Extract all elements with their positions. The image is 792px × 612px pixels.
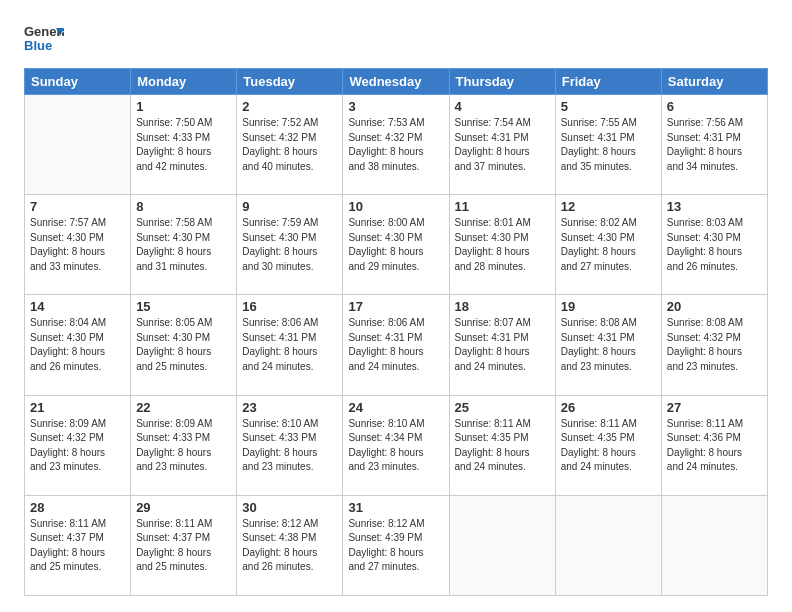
day-detail: Sunrise: 8:11 AM Sunset: 4:37 PM Dayligh… [136, 518, 212, 573]
day-detail: Sunrise: 8:11 AM Sunset: 4:37 PM Dayligh… [30, 518, 106, 573]
day-cell: 10Sunrise: 8:00 AM Sunset: 4:30 PM Dayli… [343, 195, 449, 295]
day-number: 18 [455, 299, 550, 314]
weekday-header-row: SundayMondayTuesdayWednesdayThursdayFrid… [25, 69, 768, 95]
day-detail: Sunrise: 7:50 AM Sunset: 4:33 PM Dayligh… [136, 117, 212, 172]
day-cell [449, 495, 555, 595]
day-cell: 25Sunrise: 8:11 AM Sunset: 4:35 PM Dayli… [449, 395, 555, 495]
day-number: 12 [561, 199, 656, 214]
day-detail: Sunrise: 8:08 AM Sunset: 4:31 PM Dayligh… [561, 317, 637, 372]
day-number: 17 [348, 299, 443, 314]
logo: General Blue [24, 20, 64, 60]
day-detail: Sunrise: 7:55 AM Sunset: 4:31 PM Dayligh… [561, 117, 637, 172]
day-detail: Sunrise: 8:08 AM Sunset: 4:32 PM Dayligh… [667, 317, 743, 372]
day-cell: 8Sunrise: 7:58 AM Sunset: 4:30 PM Daylig… [131, 195, 237, 295]
day-number: 24 [348, 400, 443, 415]
day-number: 15 [136, 299, 231, 314]
day-number: 25 [455, 400, 550, 415]
day-cell: 4Sunrise: 7:54 AM Sunset: 4:31 PM Daylig… [449, 95, 555, 195]
week-row-3: 14Sunrise: 8:04 AM Sunset: 4:30 PM Dayli… [25, 295, 768, 395]
day-detail: Sunrise: 8:12 AM Sunset: 4:38 PM Dayligh… [242, 518, 318, 573]
day-detail: Sunrise: 8:09 AM Sunset: 4:32 PM Dayligh… [30, 418, 106, 473]
logo-icon: General Blue [24, 20, 64, 60]
day-cell: 29Sunrise: 8:11 AM Sunset: 4:37 PM Dayli… [131, 495, 237, 595]
day-cell: 11Sunrise: 8:01 AM Sunset: 4:30 PM Dayli… [449, 195, 555, 295]
svg-text:Blue: Blue [24, 38, 52, 53]
day-cell: 9Sunrise: 7:59 AM Sunset: 4:30 PM Daylig… [237, 195, 343, 295]
day-detail: Sunrise: 8:11 AM Sunset: 4:35 PM Dayligh… [455, 418, 531, 473]
day-detail: Sunrise: 7:52 AM Sunset: 4:32 PM Dayligh… [242, 117, 318, 172]
day-cell: 12Sunrise: 8:02 AM Sunset: 4:30 PM Dayli… [555, 195, 661, 295]
day-cell: 21Sunrise: 8:09 AM Sunset: 4:32 PM Dayli… [25, 395, 131, 495]
day-cell: 24Sunrise: 8:10 AM Sunset: 4:34 PM Dayli… [343, 395, 449, 495]
weekday-header-thursday: Thursday [449, 69, 555, 95]
day-cell: 7Sunrise: 7:57 AM Sunset: 4:30 PM Daylig… [25, 195, 131, 295]
weekday-header-tuesday: Tuesday [237, 69, 343, 95]
day-cell [555, 495, 661, 595]
week-row-5: 28Sunrise: 8:11 AM Sunset: 4:37 PM Dayli… [25, 495, 768, 595]
weekday-header-wednesday: Wednesday [343, 69, 449, 95]
day-detail: Sunrise: 8:01 AM Sunset: 4:30 PM Dayligh… [455, 217, 531, 272]
day-cell: 23Sunrise: 8:10 AM Sunset: 4:33 PM Dayli… [237, 395, 343, 495]
day-cell: 22Sunrise: 8:09 AM Sunset: 4:33 PM Dayli… [131, 395, 237, 495]
day-detail: Sunrise: 8:10 AM Sunset: 4:33 PM Dayligh… [242, 418, 318, 473]
day-number: 26 [561, 400, 656, 415]
day-number: 16 [242, 299, 337, 314]
day-number: 29 [136, 500, 231, 515]
calendar: SundayMondayTuesdayWednesdayThursdayFrid… [24, 68, 768, 596]
day-cell: 1Sunrise: 7:50 AM Sunset: 4:33 PM Daylig… [131, 95, 237, 195]
day-detail: Sunrise: 8:10 AM Sunset: 4:34 PM Dayligh… [348, 418, 424, 473]
day-detail: Sunrise: 8:04 AM Sunset: 4:30 PM Dayligh… [30, 317, 106, 372]
day-detail: Sunrise: 8:06 AM Sunset: 4:31 PM Dayligh… [242, 317, 318, 372]
header: General Blue [24, 20, 768, 60]
day-number: 14 [30, 299, 125, 314]
day-detail: Sunrise: 8:05 AM Sunset: 4:30 PM Dayligh… [136, 317, 212, 372]
weekday-header-saturday: Saturday [661, 69, 767, 95]
day-detail: Sunrise: 7:59 AM Sunset: 4:30 PM Dayligh… [242, 217, 318, 272]
day-detail: Sunrise: 8:12 AM Sunset: 4:39 PM Dayligh… [348, 518, 424, 573]
day-number: 20 [667, 299, 762, 314]
day-cell [25, 95, 131, 195]
day-cell: 16Sunrise: 8:06 AM Sunset: 4:31 PM Dayli… [237, 295, 343, 395]
day-number: 4 [455, 99, 550, 114]
day-cell: 6Sunrise: 7:56 AM Sunset: 4:31 PM Daylig… [661, 95, 767, 195]
day-cell: 2Sunrise: 7:52 AM Sunset: 4:32 PM Daylig… [237, 95, 343, 195]
day-number: 11 [455, 199, 550, 214]
day-cell: 26Sunrise: 8:11 AM Sunset: 4:35 PM Dayli… [555, 395, 661, 495]
day-detail: Sunrise: 8:07 AM Sunset: 4:31 PM Dayligh… [455, 317, 531, 372]
day-detail: Sunrise: 8:02 AM Sunset: 4:30 PM Dayligh… [561, 217, 637, 272]
weekday-header-sunday: Sunday [25, 69, 131, 95]
day-cell: 19Sunrise: 8:08 AM Sunset: 4:31 PM Dayli… [555, 295, 661, 395]
day-detail: Sunrise: 7:53 AM Sunset: 4:32 PM Dayligh… [348, 117, 424, 172]
page: General Blue SundayMondayTuesdayWednesda… [0, 0, 792, 612]
day-number: 5 [561, 99, 656, 114]
day-number: 23 [242, 400, 337, 415]
day-detail: Sunrise: 8:09 AM Sunset: 4:33 PM Dayligh… [136, 418, 212, 473]
day-number: 22 [136, 400, 231, 415]
day-cell: 17Sunrise: 8:06 AM Sunset: 4:31 PM Dayli… [343, 295, 449, 395]
week-row-1: 1Sunrise: 7:50 AM Sunset: 4:33 PM Daylig… [25, 95, 768, 195]
day-detail: Sunrise: 8:11 AM Sunset: 4:36 PM Dayligh… [667, 418, 743, 473]
day-number: 9 [242, 199, 337, 214]
day-number: 31 [348, 500, 443, 515]
day-number: 28 [30, 500, 125, 515]
day-cell: 18Sunrise: 8:07 AM Sunset: 4:31 PM Dayli… [449, 295, 555, 395]
day-number: 10 [348, 199, 443, 214]
day-cell: 14Sunrise: 8:04 AM Sunset: 4:30 PM Dayli… [25, 295, 131, 395]
day-detail: Sunrise: 7:57 AM Sunset: 4:30 PM Dayligh… [30, 217, 106, 272]
day-number: 3 [348, 99, 443, 114]
day-number: 1 [136, 99, 231, 114]
day-cell: 30Sunrise: 8:12 AM Sunset: 4:38 PM Dayli… [237, 495, 343, 595]
day-number: 21 [30, 400, 125, 415]
day-number: 27 [667, 400, 762, 415]
day-detail: Sunrise: 7:56 AM Sunset: 4:31 PM Dayligh… [667, 117, 743, 172]
day-cell: 20Sunrise: 8:08 AM Sunset: 4:32 PM Dayli… [661, 295, 767, 395]
day-detail: Sunrise: 8:03 AM Sunset: 4:30 PM Dayligh… [667, 217, 743, 272]
weekday-header-monday: Monday [131, 69, 237, 95]
day-cell [661, 495, 767, 595]
week-row-2: 7Sunrise: 7:57 AM Sunset: 4:30 PM Daylig… [25, 195, 768, 295]
weekday-header-friday: Friday [555, 69, 661, 95]
day-number: 19 [561, 299, 656, 314]
day-detail: Sunrise: 7:54 AM Sunset: 4:31 PM Dayligh… [455, 117, 531, 172]
day-number: 8 [136, 199, 231, 214]
day-cell: 3Sunrise: 7:53 AM Sunset: 4:32 PM Daylig… [343, 95, 449, 195]
